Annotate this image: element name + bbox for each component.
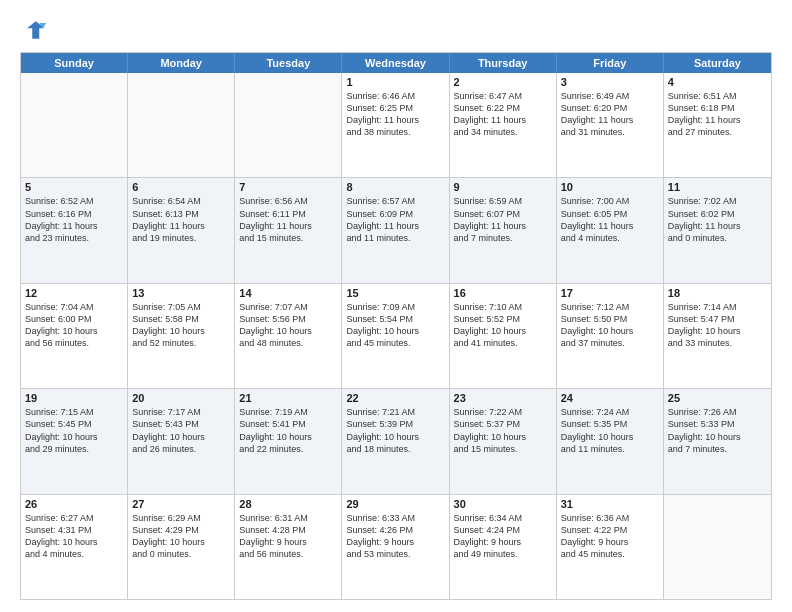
cell-daylight-info: Sunrise: 7:10 AM Sunset: 5:52 PM Dayligh… [454,301,552,350]
calendar-cell-r4-c4: 22Sunrise: 7:21 AM Sunset: 5:39 PM Dayli… [342,389,449,493]
day-number: 31 [561,498,659,510]
weekday-header-sunday: Sunday [21,53,128,73]
calendar-grid: SundayMondayTuesdayWednesdayThursdayFrid… [20,52,772,600]
day-number: 26 [25,498,123,510]
cell-daylight-info: Sunrise: 6:29 AM Sunset: 4:29 PM Dayligh… [132,512,230,561]
cell-daylight-info: Sunrise: 7:17 AM Sunset: 5:43 PM Dayligh… [132,406,230,455]
cell-daylight-info: Sunrise: 7:09 AM Sunset: 5:54 PM Dayligh… [346,301,444,350]
cell-daylight-info: Sunrise: 6:33 AM Sunset: 4:26 PM Dayligh… [346,512,444,561]
day-number: 27 [132,498,230,510]
calendar-cell-r3-c5: 16Sunrise: 7:10 AM Sunset: 5:52 PM Dayli… [450,284,557,388]
calendar-cell-r1-c6: 3Sunrise: 6:49 AM Sunset: 6:20 PM Daylig… [557,73,664,177]
calendar-body: 1Sunrise: 6:46 AM Sunset: 6:25 PM Daylig… [21,73,771,599]
cell-daylight-info: Sunrise: 7:24 AM Sunset: 5:35 PM Dayligh… [561,406,659,455]
weekday-header-tuesday: Tuesday [235,53,342,73]
cell-daylight-info: Sunrise: 6:36 AM Sunset: 4:22 PM Dayligh… [561,512,659,561]
cell-daylight-info: Sunrise: 6:51 AM Sunset: 6:18 PM Dayligh… [668,90,767,139]
day-number: 25 [668,392,767,404]
logo [20,16,52,44]
logo-icon [20,16,48,44]
calendar-cell-r3-c7: 18Sunrise: 7:14 AM Sunset: 5:47 PM Dayli… [664,284,771,388]
day-number: 7 [239,181,337,193]
day-number: 9 [454,181,552,193]
calendar-cell-r1-c4: 1Sunrise: 6:46 AM Sunset: 6:25 PM Daylig… [342,73,449,177]
calendar-cell-r4-c5: 23Sunrise: 7:22 AM Sunset: 5:37 PM Dayli… [450,389,557,493]
calendar-cell-r2-c4: 8Sunrise: 6:57 AM Sunset: 6:09 PM Daylig… [342,178,449,282]
calendar-cell-r5-c2: 27Sunrise: 6:29 AM Sunset: 4:29 PM Dayli… [128,495,235,599]
calendar-cell-r4-c1: 19Sunrise: 7:15 AM Sunset: 5:45 PM Dayli… [21,389,128,493]
day-number: 4 [668,76,767,88]
cell-daylight-info: Sunrise: 7:04 AM Sunset: 6:00 PM Dayligh… [25,301,123,350]
calendar-cell-r3-c1: 12Sunrise: 7:04 AM Sunset: 6:00 PM Dayli… [21,284,128,388]
day-number: 1 [346,76,444,88]
cell-daylight-info: Sunrise: 6:52 AM Sunset: 6:16 PM Dayligh… [25,195,123,244]
weekday-header-thursday: Thursday [450,53,557,73]
calendar-cell-r2-c1: 5Sunrise: 6:52 AM Sunset: 6:16 PM Daylig… [21,178,128,282]
cell-daylight-info: Sunrise: 6:27 AM Sunset: 4:31 PM Dayligh… [25,512,123,561]
cell-daylight-info: Sunrise: 7:22 AM Sunset: 5:37 PM Dayligh… [454,406,552,455]
day-number: 16 [454,287,552,299]
day-number: 6 [132,181,230,193]
day-number: 3 [561,76,659,88]
calendar-row-1: 1Sunrise: 6:46 AM Sunset: 6:25 PM Daylig… [21,73,771,177]
cell-daylight-info: Sunrise: 6:46 AM Sunset: 6:25 PM Dayligh… [346,90,444,139]
weekday-header-monday: Monday [128,53,235,73]
day-number: 15 [346,287,444,299]
cell-daylight-info: Sunrise: 6:54 AM Sunset: 6:13 PM Dayligh… [132,195,230,244]
day-number: 13 [132,287,230,299]
day-number: 23 [454,392,552,404]
day-number: 30 [454,498,552,510]
calendar-cell-r1-c3 [235,73,342,177]
cell-daylight-info: Sunrise: 7:02 AM Sunset: 6:02 PM Dayligh… [668,195,767,244]
calendar-cell-r5-c1: 26Sunrise: 6:27 AM Sunset: 4:31 PM Dayli… [21,495,128,599]
calendar-cell-r1-c5: 2Sunrise: 6:47 AM Sunset: 6:22 PM Daylig… [450,73,557,177]
calendar-header: SundayMondayTuesdayWednesdayThursdayFrid… [21,53,771,73]
calendar-cell-r3-c4: 15Sunrise: 7:09 AM Sunset: 5:54 PM Dayli… [342,284,449,388]
day-number: 10 [561,181,659,193]
calendar-cell-r1-c1 [21,73,128,177]
calendar-cell-r5-c5: 30Sunrise: 6:34 AM Sunset: 4:24 PM Dayli… [450,495,557,599]
calendar-cell-r1-c7: 4Sunrise: 6:51 AM Sunset: 6:18 PM Daylig… [664,73,771,177]
cell-daylight-info: Sunrise: 6:47 AM Sunset: 6:22 PM Dayligh… [454,90,552,139]
cell-daylight-info: Sunrise: 7:12 AM Sunset: 5:50 PM Dayligh… [561,301,659,350]
calendar-cell-r5-c3: 28Sunrise: 6:31 AM Sunset: 4:28 PM Dayli… [235,495,342,599]
calendar-cell-r5-c7 [664,495,771,599]
cell-daylight-info: Sunrise: 7:05 AM Sunset: 5:58 PM Dayligh… [132,301,230,350]
cell-daylight-info: Sunrise: 6:56 AM Sunset: 6:11 PM Dayligh… [239,195,337,244]
calendar-cell-r5-c6: 31Sunrise: 6:36 AM Sunset: 4:22 PM Dayli… [557,495,664,599]
calendar-cell-r4-c6: 24Sunrise: 7:24 AM Sunset: 5:35 PM Dayli… [557,389,664,493]
cell-daylight-info: Sunrise: 7:14 AM Sunset: 5:47 PM Dayligh… [668,301,767,350]
day-number: 28 [239,498,337,510]
calendar-row-2: 5Sunrise: 6:52 AM Sunset: 6:16 PM Daylig… [21,177,771,282]
cell-daylight-info: Sunrise: 7:00 AM Sunset: 6:05 PM Dayligh… [561,195,659,244]
day-number: 20 [132,392,230,404]
calendar-cell-r2-c2: 6Sunrise: 6:54 AM Sunset: 6:13 PM Daylig… [128,178,235,282]
calendar-cell-r4-c2: 20Sunrise: 7:17 AM Sunset: 5:43 PM Dayli… [128,389,235,493]
day-number: 5 [25,181,123,193]
calendar-row-5: 26Sunrise: 6:27 AM Sunset: 4:31 PM Dayli… [21,494,771,599]
calendar-cell-r1-c2 [128,73,235,177]
day-number: 2 [454,76,552,88]
calendar-cell-r2-c3: 7Sunrise: 6:56 AM Sunset: 6:11 PM Daylig… [235,178,342,282]
day-number: 14 [239,287,337,299]
day-number: 21 [239,392,337,404]
day-number: 24 [561,392,659,404]
header [20,16,772,44]
weekday-header-saturday: Saturday [664,53,771,73]
cell-daylight-info: Sunrise: 7:21 AM Sunset: 5:39 PM Dayligh… [346,406,444,455]
calendar-page: SundayMondayTuesdayWednesdayThursdayFrid… [0,0,792,612]
day-number: 29 [346,498,444,510]
day-number: 18 [668,287,767,299]
calendar-row-4: 19Sunrise: 7:15 AM Sunset: 5:45 PM Dayli… [21,388,771,493]
day-number: 22 [346,392,444,404]
calendar-cell-r2-c7: 11Sunrise: 7:02 AM Sunset: 6:02 PM Dayli… [664,178,771,282]
calendar-cell-r4-c3: 21Sunrise: 7:19 AM Sunset: 5:41 PM Dayli… [235,389,342,493]
cell-daylight-info: Sunrise: 6:34 AM Sunset: 4:24 PM Dayligh… [454,512,552,561]
cell-daylight-info: Sunrise: 6:31 AM Sunset: 4:28 PM Dayligh… [239,512,337,561]
calendar-cell-r3-c2: 13Sunrise: 7:05 AM Sunset: 5:58 PM Dayli… [128,284,235,388]
cell-daylight-info: Sunrise: 7:07 AM Sunset: 5:56 PM Dayligh… [239,301,337,350]
calendar-cell-r3-c3: 14Sunrise: 7:07 AM Sunset: 5:56 PM Dayli… [235,284,342,388]
cell-daylight-info: Sunrise: 6:57 AM Sunset: 6:09 PM Dayligh… [346,195,444,244]
cell-daylight-info: Sunrise: 6:49 AM Sunset: 6:20 PM Dayligh… [561,90,659,139]
day-number: 17 [561,287,659,299]
